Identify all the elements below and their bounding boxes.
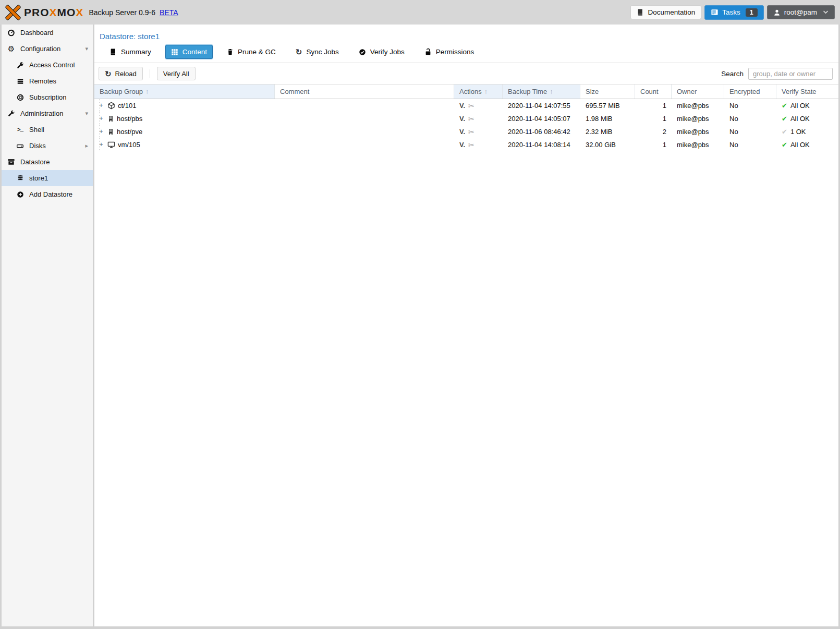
- unlock-icon: [424, 48, 432, 56]
- refresh-icon: ↻: [105, 70, 112, 78]
- backup-time-cell: 2020-11-04 14:07:55: [503, 99, 580, 112]
- reload-button[interactable]: ↻ Reload: [99, 67, 143, 80]
- sidebar-item-store1[interactable]: store1: [2, 170, 93, 186]
- comment-cell: [275, 112, 454, 125]
- sidebar-item-dashboard[interactable]: Dashboard: [2, 25, 93, 41]
- size-cell: 2.32 MiB: [580, 125, 635, 138]
- expand-row-icon[interactable]: +: [98, 138, 105, 151]
- gears-icon: ⚙: [7, 44, 16, 54]
- proxmox-x-icon: [5, 5, 21, 20]
- plus-circle-icon: [16, 191, 25, 198]
- column-header-count[interactable]: Count: [635, 84, 672, 99]
- backup-time-cell: 2020-11-04 14:08:14: [503, 138, 580, 151]
- prune-icon[interactable]: ✂: [468, 115, 474, 123]
- size-cell: 32.00 GiB: [580, 138, 635, 151]
- sidebar-item-remotes[interactable]: Remotes: [2, 73, 93, 89]
- archive-icon: [7, 158, 16, 166]
- user-menu-button[interactable]: root@pam: [767, 5, 835, 19]
- sort-asc-icon: ↑: [484, 88, 488, 95]
- verify-action[interactable]: V.: [459, 115, 465, 123]
- sidebar-item-datastore[interactable]: Datastore: [2, 154, 93, 170]
- remotes-icon: [16, 78, 25, 85]
- check-circle-icon: [359, 49, 366, 56]
- chevron-down-icon: [823, 10, 829, 14]
- backup-group-label: ct/101: [118, 102, 136, 110]
- topbar: PROXMOX Backup Server 0.9-6 BETA Documen…: [0, 0, 840, 25]
- expand-row-icon[interactable]: +: [98, 112, 105, 125]
- sidebar: Dashboard ⚙ Configuration ▾ Access Contr…: [2, 25, 93, 626]
- expand-row-icon[interactable]: +: [98, 125, 105, 138]
- tab-bar: Summary Content Prune & GC ↻ Sync Jobs V…: [94, 43, 838, 63]
- life-ring-icon: [16, 94, 25, 101]
- sidebar-item-label: Shell: [29, 126, 44, 134]
- tab-content[interactable]: Content: [165, 45, 213, 59]
- documentation-button[interactable]: Documentation: [630, 5, 701, 19]
- sort-asc-icon: ↑: [550, 88, 553, 95]
- column-header-verify-state[interactable]: Verify State: [776, 84, 838, 99]
- tab-permissions[interactable]: Permissions: [419, 45, 480, 59]
- verify-ok-check-icon: ✔: [782, 141, 787, 149]
- column-header-size[interactable]: Size: [580, 84, 635, 99]
- sidebar-item-access-control[interactable]: Access Control: [2, 57, 93, 73]
- table-row[interactable]: + host/pve V. ✂ 2020-11-06 08:46:42 2.32…: [94, 125, 838, 138]
- owner-cell: mike@pbs: [672, 138, 724, 151]
- tasks-list-icon: [711, 8, 719, 16]
- tab-prune-gc[interactable]: Prune & GC: [221, 45, 282, 59]
- verify-action[interactable]: V.: [459, 102, 465, 110]
- column-header-backup-time[interactable]: Backup Time ↑: [503, 84, 580, 99]
- documentation-label: Documentation: [648, 8, 695, 16]
- tab-sync-jobs[interactable]: ↻ Sync Jobs: [290, 45, 345, 59]
- prune-icon[interactable]: ✂: [468, 102, 474, 110]
- search-input[interactable]: [748, 68, 833, 80]
- content-panel: Datastore: store1 Summary Content Prune …: [94, 25, 838, 626]
- vm-icon: [107, 141, 115, 149]
- verify-action[interactable]: V.: [459, 128, 465, 136]
- column-header-backup-group[interactable]: Backup Group ↑: [94, 84, 275, 99]
- verify-partial-check-icon: ✔: [782, 128, 787, 136]
- table-row[interactable]: + host/pbs V. ✂ 2020-11-04 14:05:07 1.98…: [94, 112, 838, 125]
- verify-state-label: All OK: [790, 115, 810, 123]
- beta-link[interactable]: BETA: [160, 8, 178, 17]
- sidebar-item-add-datastore[interactable]: Add Datastore: [2, 186, 93, 202]
- refresh-icon: ↻: [296, 48, 302, 56]
- sidebar-item-configuration[interactable]: ⚙ Configuration ▾: [2, 41, 93, 57]
- sidebar-item-disks[interactable]: Disks ▸: [2, 138, 93, 154]
- sidebar-item-shell[interactable]: >_ Shell: [2, 122, 93, 138]
- prune-icon[interactable]: ✂: [468, 141, 474, 149]
- terminal-icon: >_: [16, 127, 25, 133]
- expand-row-icon[interactable]: +: [98, 99, 105, 112]
- tab-label: Prune & GC: [238, 48, 276, 56]
- prune-icon[interactable]: ✂: [468, 128, 474, 136]
- backup-group-label: host/pbs: [117, 115, 142, 123]
- sidebar-item-label: Dashboard: [20, 29, 54, 37]
- sidebar-item-administration[interactable]: Administration ▾: [2, 105, 93, 122]
- table-row[interactable]: + vm/105 V. ✂ 2020-11-04 14:08:14 32.00 …: [94, 138, 838, 151]
- sidebar-item-subscription[interactable]: Subscription: [2, 89, 93, 105]
- book-icon: [109, 48, 117, 56]
- tab-label: Verify Jobs: [370, 48, 405, 56]
- verify-all-button[interactable]: Verify All: [157, 67, 196, 80]
- column-header-comment[interactable]: Comment: [275, 84, 454, 99]
- count-cell: 1: [635, 138, 672, 151]
- sidebar-item-label: Administration: [20, 110, 63, 117]
- verify-state-label: All OK: [790, 141, 810, 149]
- table-row[interactable]: + ct/101 V. ✂ 2020-11-04 14:07:55 695.57…: [94, 99, 838, 112]
- column-header-actions[interactable]: Actions ↑: [454, 84, 503, 99]
- collapse-arrow-icon[interactable]: ▾: [85, 45, 88, 52]
- database-icon: [16, 174, 25, 182]
- collapse-arrow-icon[interactable]: ▾: [85, 110, 88, 117]
- sidebar-item-label: Disks: [29, 142, 46, 150]
- tab-label: Summary: [121, 48, 151, 56]
- tab-summary[interactable]: Summary: [104, 45, 157, 59]
- owner-cell: mike@pbs: [672, 125, 724, 138]
- expand-right-arrow-icon[interactable]: ▸: [85, 142, 88, 149]
- encrypted-cell: No: [724, 99, 776, 112]
- verify-action[interactable]: V.: [459, 141, 465, 149]
- tab-verify-jobs[interactable]: Verify Jobs: [353, 45, 410, 59]
- column-header-owner[interactable]: Owner: [672, 84, 724, 99]
- tasks-button[interactable]: Tasks 1: [704, 5, 763, 20]
- trash-icon: [227, 48, 234, 56]
- sidebar-item-label: store1: [29, 174, 48, 182]
- column-header-encrypted[interactable]: Encrypted: [724, 84, 776, 99]
- gauge-icon: [7, 29, 16, 37]
